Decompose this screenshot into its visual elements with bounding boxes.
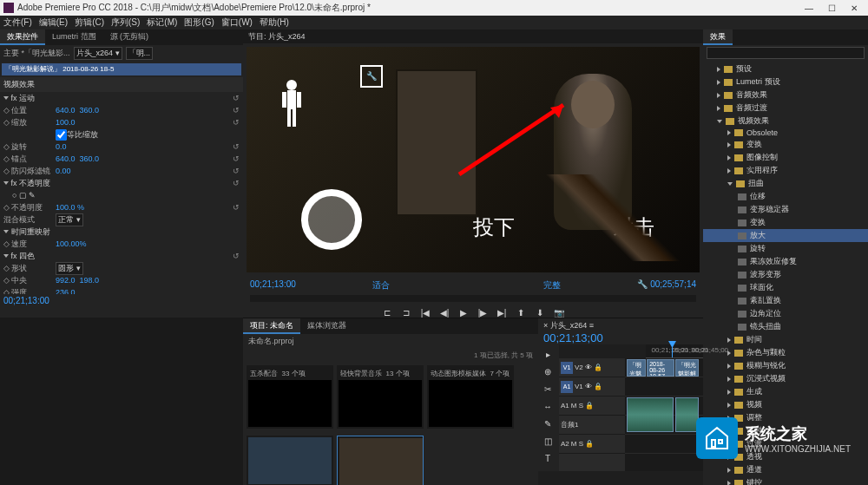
ripple-tool[interactable]: ✂ [540, 381, 556, 397]
uniform-scale-checkbox[interactable] [56, 129, 67, 141]
tab-lumetri-scopes[interactable]: Lumetri 范围 [45, 29, 103, 45]
fx-folder-item[interactable]: 图像控制 [703, 151, 868, 164]
fx-preset-item[interactable]: 果冻效应修复 [703, 255, 868, 268]
fx-folder-item[interactable]: 时间 [703, 333, 868, 346]
ec-mini-timeline[interactable]: 「明光魅影解说」 2018-08-26 18-5 [2, 63, 241, 75]
pen-tool[interactable]: ◫ [540, 433, 556, 449]
track-select-tool[interactable]: ⊕ [540, 364, 556, 379]
playhead[interactable] [672, 344, 673, 357]
video-effects-section[interactable]: 视频效果 [0, 77, 243, 92]
fx-preset-item[interactable]: 旋转 [703, 242, 868, 255]
effects-search-input[interactable] [707, 47, 865, 59]
clip-selector[interactable]: 片头_x264 ▾ [74, 47, 122, 60]
menu-graphics[interactable]: 图形(G) [184, 16, 214, 29]
clip-selector-2[interactable]: 「明... [126, 47, 154, 60]
fx-preset-item[interactable]: 波形变形 [703, 268, 868, 281]
fc-center-y[interactable]: 198.0 [80, 276, 100, 285]
track-v2-header[interactable]: V1V2 👁 🔒 [559, 358, 625, 377]
fx-preset-item[interactable]: 变换 [703, 216, 868, 229]
fx-preset-item[interactable]: 镜头扭曲 [703, 320, 868, 333]
fx-folder-item[interactable]: 变换 [703, 138, 868, 151]
svg-rect-4 [287, 109, 291, 127]
timeline-content[interactable]: 「明光魅影解说」 2018-08-26 18-57-43.mp4 [V] 「明光… [625, 358, 703, 471]
fx-folder-item[interactable]: Obsolete [703, 128, 868, 138]
fx-folder-item[interactable]: 视频 [703, 398, 868, 411]
program-viewer[interactable]: 🔧 投下 射击 [247, 47, 700, 272]
tab-media-browser[interactable]: 媒体浏览器 [300, 318, 353, 334]
maximize-button[interactable]: ☐ [821, 1, 842, 15]
bin-item[interactable]: 动态图形模板媒体 7 个项 [427, 365, 514, 429]
track-v1-header[interactable]: A1V1 👁 🔒 [559, 377, 625, 397]
blend-label: 混合模式 [3, 214, 56, 226]
menu-edit[interactable]: 编辑(E) [39, 16, 68, 29]
fx-motion[interactable]: fx 运动↺ [0, 92, 243, 104]
fx-preset-item[interactable]: 球面化 [703, 281, 868, 294]
fx-folder-item[interactable]: 沉浸式视频 [703, 372, 868, 385]
timeline-clip[interactable]: 「明光魅影解说」 [627, 359, 647, 377]
fx-four-color[interactable]: fx 四色↺ [0, 250, 243, 262]
pm-timecode-left[interactable]: 00;21;13:00 [250, 279, 296, 292]
tab-effects[interactable]: 效果 [703, 29, 733, 45]
fx-preset-item[interactable]: 紊乱置换 [703, 294, 868, 307]
fx-folder-item[interactable]: 音频过渡 [703, 102, 868, 115]
fx-folder-item[interactable]: 键控 [703, 476, 868, 485]
fx-folder-item[interactable]: 音频效果 [703, 88, 868, 102]
pm-scrubber[interactable] [250, 295, 696, 302]
selection-tool[interactable]: ▸ [540, 346, 556, 362]
track-a2-header[interactable]: A2 M S 🔒 [559, 435, 625, 454]
fx-folder-item[interactable]: 实用程序 [703, 164, 868, 177]
fx-folder-item[interactable]: 生成 [703, 385, 868, 398]
minimize-button[interactable]: — [799, 1, 819, 15]
fx-time-remap[interactable]: 时间重映射 [0, 226, 243, 238]
blend-mode[interactable]: 正常 ▾ [56, 213, 83, 226]
fx-folder-item[interactable]: 模糊与锐化 [703, 359, 868, 372]
slip-tool[interactable]: ✎ [540, 416, 556, 431]
razor-tool[interactable]: ↔ [540, 398, 556, 414]
rotation-value[interactable]: 0.0 [56, 142, 67, 151]
anchor-y[interactable]: 360.0 [80, 154, 100, 163]
tab-effect-controls[interactable]: 效果控件 [0, 29, 45, 45]
menu-file[interactable]: 文件(F) [3, 16, 32, 29]
timeline-ruler[interactable]: 00;21;15;00 00;21;30;00 00;21;45;00 [646, 344, 703, 358]
pm-full[interactable]: 完整 [543, 279, 561, 292]
menu-clip[interactable]: 剪辑(C) [75, 16, 104, 29]
speed-value[interactable]: 100.00% [56, 239, 87, 248]
clip-item[interactable]: 调整图层 5:00 [247, 436, 333, 485]
menu-sequence[interactable]: 序列(S) [111, 16, 140, 29]
preset-icon [738, 259, 746, 265]
clip-item[interactable]: 「明光魅影解说」 25:08:17 [337, 436, 424, 485]
fx-folder-item[interactable]: 预设 [703, 62, 868, 75]
pm-fit[interactable]: 适合 [372, 279, 390, 292]
fx-folder-item[interactable]: Lumetri 预设 [703, 75, 868, 88]
fx-opacity[interactable]: fx 不透明度↺ [0, 177, 243, 189]
fx-preset-item[interactable]: 边角定位 [703, 307, 868, 320]
fc-strength[interactable]: 236.0 [56, 288, 76, 294]
type-tool[interactable]: T [540, 450, 556, 466]
position-y[interactable]: 360.0 [80, 106, 100, 115]
menu-window[interactable]: 窗口(W) [221, 16, 253, 29]
tab-project[interactable]: 项目: 未命名 [243, 318, 300, 334]
scale-value[interactable]: 100.0 [56, 118, 76, 127]
tab-source[interactable]: 源 (无剪辑) [103, 29, 156, 45]
close-button[interactable]: ✕ [844, 1, 865, 15]
antiflicker-value[interactable]: 0.00 [56, 167, 71, 175]
fc-center-x[interactable]: 992.0 [56, 276, 76, 285]
opacity-value[interactable]: 100.0 % [56, 203, 84, 212]
fx-preset-item[interactable]: 位移 [703, 190, 868, 203]
position-x[interactable]: 640.0 [56, 106, 76, 115]
timeline-clip[interactable]: 「明光魅影解说」 [675, 359, 699, 377]
fx-preset-item[interactable]: 放大 [703, 229, 868, 242]
fc-shape[interactable]: 圆形 ▾ [56, 262, 83, 275]
menu-help[interactable]: 帮助(H) [260, 16, 289, 29]
fx-folder-item[interactable]: 通道 [703, 463, 868, 476]
fx-preset-item[interactable]: 变形稳定器 [703, 203, 868, 216]
timeline-clip[interactable]: 2018-08-26 18-57-43.mp4 [V] [647, 359, 674, 377]
menu-markers[interactable]: 标记(M) [147, 16, 177, 29]
track-a1-header[interactable]: A1 M S 🔒 [559, 397, 625, 416]
track-audio1-header[interactable]: 音频1 [559, 416, 625, 435]
fx-folder-item[interactable]: 视频效果 [703, 115, 868, 128]
anchor-x[interactable]: 640.0 [56, 154, 76, 163]
bin-item[interactable]: 五杀配音 33 个项 [247, 365, 333, 429]
fx-folder-item[interactable]: 扭曲 [703, 177, 868, 190]
bin-item[interactable]: 轻快背景音乐 13 个项 [337, 365, 424, 429]
